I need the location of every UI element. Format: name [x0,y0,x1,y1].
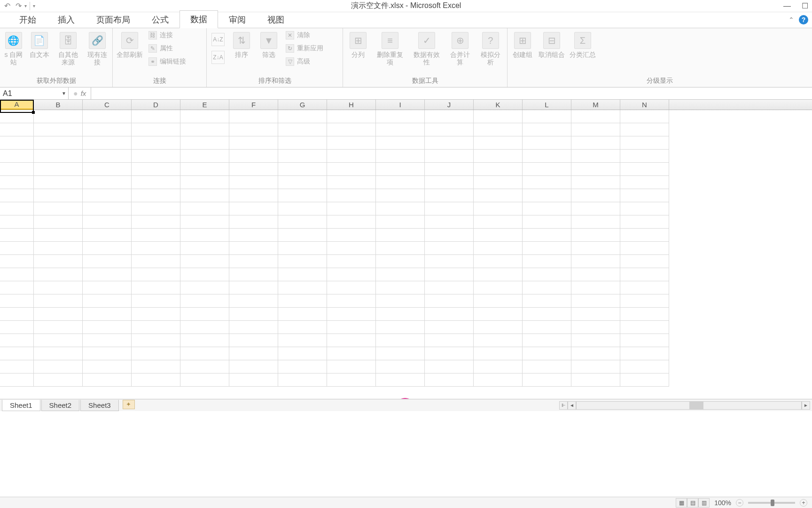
consolidate-button[interactable]: ⊕合并计算 [446,30,474,68]
cell[interactable] [620,123,669,136]
cell[interactable] [0,136,34,150]
cell[interactable] [376,255,425,268]
cell[interactable] [229,136,278,150]
cell[interactable] [620,189,669,202]
cell[interactable] [278,229,327,242]
from-other-button[interactable]: 🗄 自其他来源 [55,30,82,68]
cell[interactable] [571,334,620,347]
ribbon-collapse-icon[interactable]: ⌃ [789,16,794,24]
scroll-left-icon[interactable]: ◄ [568,401,576,410]
fill-handle[interactable] [32,111,35,114]
cell[interactable] [571,150,620,163]
sheet-tab-3[interactable]: Sheet3 [80,400,119,411]
cell[interactable] [327,373,376,387]
cell[interactable] [376,321,425,334]
cell[interactable] [34,334,83,347]
cell[interactable] [327,202,376,215]
cell[interactable] [474,268,523,281]
cell[interactable] [523,202,571,215]
cell[interactable] [571,308,620,321]
cell[interactable] [523,150,571,163]
scroll-right-icon[interactable]: ► [802,401,810,410]
cell[interactable] [425,360,474,373]
cell[interactable] [278,347,327,360]
cell[interactable] [34,215,83,229]
cell[interactable] [376,334,425,347]
cell[interactable] [376,123,425,136]
cell[interactable] [132,150,180,163]
cell[interactable] [132,281,180,294]
cell[interactable] [180,268,229,281]
cell[interactable] [620,268,669,281]
cell[interactable] [34,242,83,255]
sort-desc-button[interactable]: Z↓A [211,51,225,64]
refresh-all-button[interactable]: ⟳ 全部刷新 [116,30,144,60]
cell[interactable] [180,150,229,163]
cell[interactable] [83,347,132,360]
cell[interactable] [425,294,474,308]
cell[interactable] [474,334,523,347]
cell[interactable] [0,347,34,360]
cell[interactable] [278,373,327,387]
cell[interactable] [425,202,474,215]
cell[interactable] [83,308,132,321]
cell[interactable] [0,110,34,123]
cell[interactable] [327,334,376,347]
cell[interactable] [376,176,425,189]
cell[interactable] [376,294,425,308]
col-header-D[interactable]: D [132,100,180,110]
cell[interactable] [229,110,278,123]
cell[interactable] [327,321,376,334]
cell[interactable] [229,123,278,136]
cell[interactable] [376,189,425,202]
cell[interactable] [0,123,34,136]
cell[interactable] [180,176,229,189]
cell[interactable] [474,176,523,189]
tab-data[interactable]: 数据 [180,10,218,28]
cell[interactable] [425,373,474,387]
cell[interactable] [620,215,669,229]
cell[interactable] [229,360,278,373]
cell[interactable] [180,321,229,334]
cell[interactable] [180,334,229,347]
cell[interactable] [425,229,474,242]
cell[interactable] [34,150,83,163]
ungroup-button[interactable]: ⊟取消组合 [538,30,566,60]
cell[interactable] [327,136,376,150]
cell[interactable] [278,176,327,189]
cell[interactable] [180,110,229,123]
zoom-slider[interactable] [748,502,795,504]
tab-pagelayout[interactable]: 页面布局 [86,11,141,28]
text-to-columns-button[interactable]: ⊞分列 [346,30,370,60]
cell[interactable] [523,308,571,321]
cell[interactable] [180,163,229,176]
cell[interactable] [0,308,34,321]
cell[interactable] [34,176,83,189]
cell[interactable] [34,347,83,360]
cell[interactable] [523,334,571,347]
cell[interactable] [376,215,425,229]
cell[interactable] [425,268,474,281]
cell[interactable] [278,255,327,268]
cell[interactable] [474,373,523,387]
cell[interactable] [523,255,571,268]
cell[interactable] [83,334,132,347]
cell[interactable] [229,202,278,215]
cell[interactable] [523,360,571,373]
cell[interactable] [132,123,180,136]
cell[interactable] [327,189,376,202]
cell[interactable] [180,308,229,321]
cell[interactable] [0,176,34,189]
cell[interactable] [571,294,620,308]
sort-button[interactable]: ⇅ 排序 [229,30,254,60]
grid-rows[interactable] [0,110,812,387]
cell[interactable] [327,268,376,281]
connections-button[interactable]: ⛓连接 [147,30,188,40]
cell[interactable] [0,373,34,387]
cell[interactable] [425,123,474,136]
cell[interactable] [474,136,523,150]
cell[interactable] [0,229,34,242]
cell[interactable] [571,229,620,242]
cell[interactable] [425,334,474,347]
cell[interactable] [34,255,83,268]
